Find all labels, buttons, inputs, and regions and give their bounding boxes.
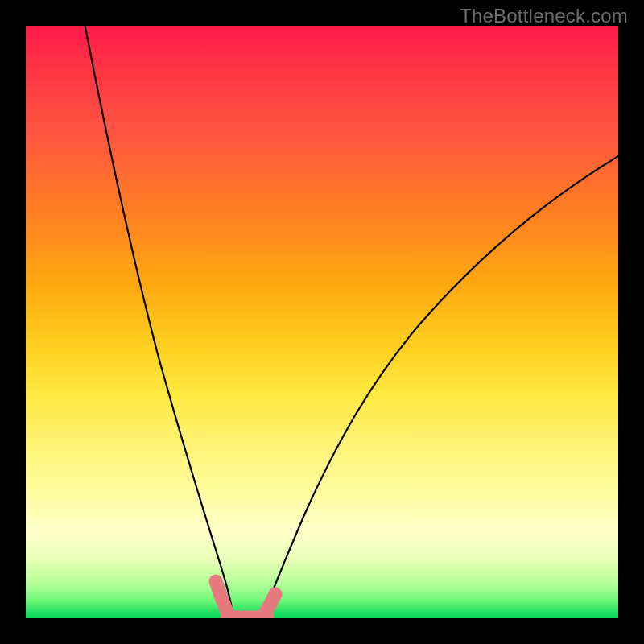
bottleneck-curve xyxy=(26,26,618,618)
chart-frame: TheBottleneck.com xyxy=(0,0,644,644)
attribution-watermark: TheBottleneck.com xyxy=(460,5,628,27)
plot-area xyxy=(26,26,618,618)
curve-right-branch xyxy=(262,156,618,618)
curve-left-branch xyxy=(85,26,233,618)
